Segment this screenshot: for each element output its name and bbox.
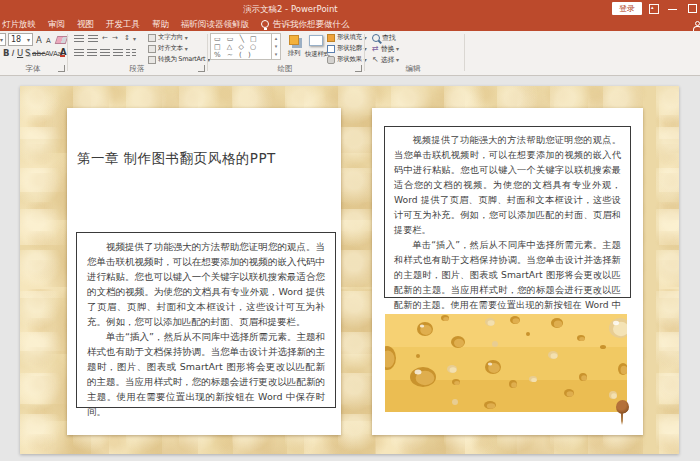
arrange-button[interactable]: 排列 [283,33,305,63]
shapes-row[interactable]: □ △ ◇ ○ [214,43,258,51]
text-shadow-button[interactable]: S [25,47,30,59]
bullets-icon[interactable] [74,35,84,42]
tell-me-label: 告诉我你想要做什么 [273,19,350,31]
select-button[interactable]: ↖ 选择 [372,55,399,65]
chevron-down-icon [184,45,188,53]
share-icon[interactable] [693,21,700,30]
text-direction-icon [148,34,156,42]
slide[interactable]: 第一章 制作图书翻页风格的PPT 视频提供了功能强大的方法帮助您证明您的观点。当… [20,86,679,454]
chevron-down-icon [132,35,136,43]
cheese-image[interactable] [385,314,627,412]
find-button[interactable]: 查找 [372,33,396,43]
font-color-button[interactable]: A [60,47,67,57]
font-dialog-launcher-icon[interactable] [58,65,65,72]
tab-view[interactable]: 视图 [71,18,100,31]
tab-foxit[interactable]: 福昕阅读器领鲜版 [175,18,255,31]
body-paragraph: 视频提供了功能强大的方法帮助您证明您的观点。当您单击联机视频时，可以在想要添加的… [394,132,621,237]
editing-group-label: 编辑 [398,64,428,74]
find-icon [372,34,380,42]
drawing-dialog-launcher-icon[interactable] [355,65,362,72]
drawing-group-label: 绘图 [270,64,300,74]
book-page-left: 第一章 制作图书翻页风格的PPT 视频提供了功能强大的方法帮助您证明您的观点。当… [67,108,341,435]
replace-button[interactable]: ⇄ 替换 [372,44,399,54]
login-button[interactable]: 登录 [612,2,642,15]
ribbon-tab-bar: 灯片放映 审阅 视图 开发工具 帮助 福昕阅读器领鲜版 告诉我你想要做什么 [0,18,700,31]
group-separator [464,34,465,71]
group-separator [67,34,68,71]
paragraph-group-label: 段落 [122,64,152,74]
replace-label: 替换 [381,44,394,54]
character-spacing-button[interactable]: AV [45,48,53,60]
chevron-down-icon [395,45,399,53]
shrink-font-button[interactable]: A [46,35,51,47]
strikethrough-button[interactable]: abc [32,48,45,60]
smartart-icon [148,56,156,64]
decrease-indent-icon[interactable]: ← [102,34,108,42]
group-separator [364,34,365,71]
italic-button[interactable]: I [11,47,14,59]
replace-icon: ⇄ [372,45,379,53]
align-center-icon[interactable] [87,49,97,56]
font-name-combo[interactable] [0,33,6,46]
body-textbox-right[interactable]: 视频提供了功能强大的方法帮助您证明您的观点。当您单击联机视频时，可以在想要添加的… [384,126,631,298]
tab-developer[interactable]: 开发工具 [100,18,146,31]
chevron-down-icon [184,34,188,42]
font-size-combo[interactable]: 18 [8,33,33,46]
numbering-icon[interactable] [88,35,98,42]
shape-fill-button[interactable]: 形状填充 [327,33,367,42]
text-direction-button[interactable]: 文字方向 [148,33,188,42]
shape-outline-icon [327,45,335,53]
align-left-icon[interactable] [74,49,84,56]
ribbon-display-options-icon[interactable] [649,4,659,14]
convert-smartart-button[interactable]: 转换为 SmartArt [148,55,210,64]
title-bar: 演示文稿2 - PowerPoint 登录 [0,0,700,18]
bold-button[interactable]: B [3,47,9,59]
justify-icon[interactable] [113,49,123,56]
body-paragraph: 视频提供了功能强大的方法帮助您证明您的观点。当您单击联机视频时，可以在想要添加的… [87,239,325,329]
tab-help[interactable]: 帮助 [146,18,175,31]
quick-styles-label: 快速样式 [305,50,327,59]
increase-indent-icon[interactable]: → [112,34,118,42]
shape-outline-label: 形状轮廓 [337,44,362,53]
align-right-icon[interactable] [100,49,110,56]
shape-effects-icon [327,56,335,64]
tell-me-box[interactable]: 告诉我你想要做什么 [259,19,350,31]
shape-outline-button[interactable]: 形状轮廓 [327,44,367,53]
shapes-gallery[interactable]: ▭ ▭ ╲ □ □ △ ◇ ○ % ~ ( ) ▴▾▾ [210,33,281,60]
text-direction-label: 文字方向 [158,33,183,42]
window-title: 演示文稿2 - PowerPoint [243,4,338,16]
chevron-down-icon [395,56,399,64]
lightbulb-icon [261,20,269,28]
shape-fill-label: 形状填充 [337,33,362,42]
font-group-label: 字体 [18,64,48,74]
chevron-down-icon [0,36,3,44]
find-label: 查找 [382,33,395,43]
quick-styles-icon [309,35,323,46]
convert-smartart-label: 转换为 SmartArt [158,55,205,64]
quick-styles-button[interactable]: 快速样式 [305,33,327,63]
shapes-row[interactable]: % ~ ( ) [214,51,253,59]
grow-font-button[interactable]: A [36,34,42,46]
body-textbox-left[interactable]: 视频提供了功能强大的方法帮助您证明您的观点。当您单击联机视频时，可以在想要添加的… [76,232,336,408]
book-page-right: 视频提供了功能强大的方法帮助您证明您的观点。当您单击联机视频时，可以在想要添加的… [372,108,643,435]
chapter-title-textbox[interactable]: 第一章 制作图书翻页风格的PPT [77,150,276,168]
maximize-icon[interactable] [688,4,697,13]
gallery-scrollbar[interactable]: ▴▾▾ [271,34,280,59]
line-spacing-icon[interactable]: ↕ [124,34,130,42]
shapes-row[interactable]: ▭ ▭ ╲ □ [214,35,259,43]
columns-icon[interactable] [126,49,136,56]
minimize-icon[interactable] [668,9,677,10]
align-text-button[interactable]: 对齐文本 [148,44,188,53]
slide-canvas-area: 第一章 制作图书翻页风格的PPT 视频提供了功能强大的方法帮助您证明您的观点。当… [0,76,700,461]
select-icon: ↖ [372,56,379,64]
tab-review[interactable]: 审阅 [42,18,71,31]
select-label: 选择 [381,55,394,65]
paragraph-dialog-launcher-icon[interactable] [198,65,205,72]
group-separator [207,34,208,71]
align-text-label: 对齐文本 [158,44,183,53]
shape-fill-icon [327,34,335,42]
shape-effects-button[interactable]: 形状效果 [327,55,367,64]
underline-button[interactable]: U [17,47,23,59]
chevron-down-icon [26,36,30,44]
tab-slideshow[interactable]: 灯片放映 [0,18,42,31]
